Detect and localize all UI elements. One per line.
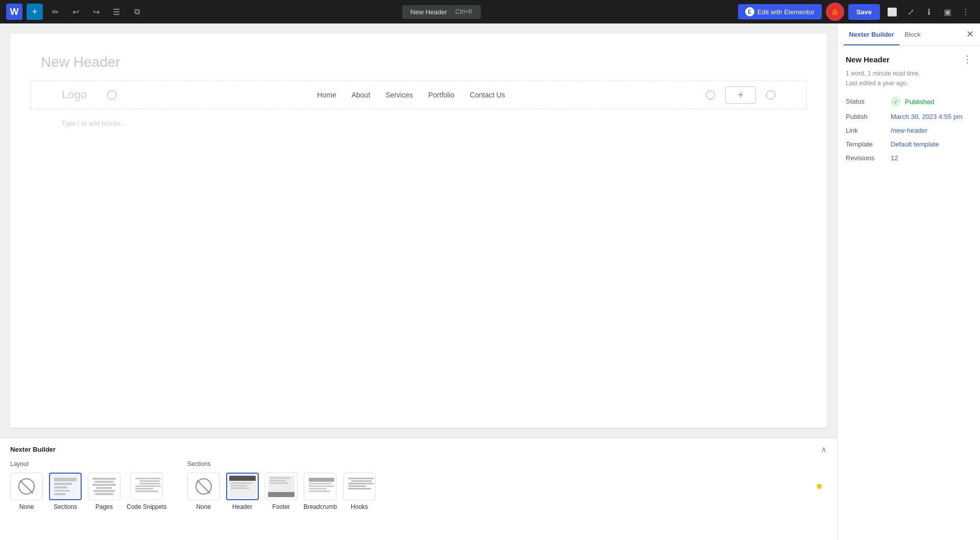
layout-none-icon [10, 473, 43, 500]
link-row: Link /new-header [846, 127, 972, 134]
page-title-box[interactable]: New Header Ctrl+K [402, 5, 481, 19]
list-view-button[interactable]: ☰ [108, 4, 125, 20]
nav-contact[interactable]: Contact Us [470, 91, 505, 99]
more-options-button[interactable]: ⋮ [958, 4, 974, 20]
template-row: Template Default template [846, 140, 972, 148]
cursor-indicator [817, 484, 822, 489]
section-header-label: Header [232, 503, 252, 510]
section-footer-label: Footer [272, 503, 290, 510]
elementor-icon: E [745, 7, 754, 16]
layout-sections-icon [49, 473, 82, 500]
breadcrumb-icon-shape [307, 476, 333, 497]
copy-button[interactable]: ⧉ [129, 4, 145, 20]
sections-icon-shape [52, 476, 79, 497]
external-link-button[interactable]: ⤢ [902, 4, 919, 20]
link-value[interactable]: /new-header [891, 127, 927, 134]
info-button[interactable]: ℹ [921, 4, 937, 20]
maple-button[interactable]: 🍁 [826, 3, 844, 21]
layout-pages[interactable]: Pages [88, 473, 120, 510]
footer-icon-shape [268, 476, 295, 497]
tab-nexter-builder-label: Nexter Builder [849, 31, 894, 38]
save-button[interactable]: Save [848, 4, 880, 20]
edit-with-elementor-button[interactable]: E Edit with Elementor [738, 4, 822, 19]
nav-services[interactable]: Services [385, 91, 413, 99]
sections-label: Sections [187, 460, 376, 468]
tab-block-label: Block [904, 31, 921, 38]
section-hooks-icon [343, 473, 376, 500]
section-header[interactable]: Header [226, 473, 259, 510]
layout-code-snippets-label: Code Snippets [127, 503, 167, 510]
meta-line2: Last edited a year ago. [846, 79, 972, 88]
revisions-value[interactable]: 12 [891, 154, 898, 162]
section-footer[interactable]: Footer [265, 473, 298, 510]
layout-label: Layout [10, 460, 167, 468]
right-panel: Nexter Builder Block ✕ New Header ⋮ 1 wo… [837, 23, 980, 540]
toolbar-shortcut: Ctrl+K [455, 8, 473, 15]
header-icon-shape [229, 476, 256, 497]
publish-label: Publish [846, 113, 887, 120]
block-meta: 1 word, 1 minute read time. Last edited … [846, 69, 972, 88]
layout-sections[interactable]: Sections [49, 473, 82, 510]
bottom-panel-content: Layout None [10, 460, 827, 510]
link-label: Link [846, 127, 887, 134]
canvas-circle-1 [107, 90, 116, 100]
section-breadcrumb-label: Breadcrumb [304, 503, 337, 510]
tab-block[interactable]: Block [899, 23, 926, 45]
wp-logo[interactable]: W [6, 4, 22, 20]
undo-button[interactable]: ↩ [67, 4, 84, 20]
status-value-group: ✓ Published [891, 96, 934, 107]
block-more-button[interactable]: ⋮ [963, 54, 972, 65]
nav-home[interactable]: Home [317, 91, 336, 99]
section-hooks[interactable]: Hooks [343, 473, 376, 510]
none-icon-shape [18, 478, 35, 495]
canvas-page-title: New Header [10, 34, 827, 81]
section-hooks-label: Hooks [351, 503, 368, 510]
section-none[interactable]: None [187, 473, 220, 510]
layout-none-label: None [19, 503, 34, 510]
layout-pages-label: Pages [95, 503, 113, 510]
canvas-circle-3 [766, 90, 775, 100]
canvas-area: New Header Logo Home About Services Port… [0, 23, 837, 540]
status-value[interactable]: Published [905, 98, 934, 106]
status-label: Status [846, 97, 887, 105]
toolbar-right: E Edit with Elementor 🍁 Save ⬜ ⤢ ℹ ▣ ⋮ [738, 3, 974, 21]
sidebar-toggle-button[interactable]: ▣ [939, 4, 955, 20]
tab-nexter-builder[interactable]: Nexter Builder [844, 23, 899, 45]
right-panel-tabs: Nexter Builder Block ✕ [838, 23, 980, 45]
view-toggle-group: ⬜ ⤢ ℹ ▣ ⋮ [884, 4, 974, 20]
revisions-label: Revisions [846, 154, 887, 162]
nav-portfolio[interactable]: Portfolio [428, 91, 454, 99]
section-none-label: None [196, 503, 211, 510]
layout-pages-icon [88, 473, 120, 500]
right-panel-body: New Header ⋮ 1 word, 1 minute read time.… [838, 45, 980, 540]
desktop-view-button[interactable]: ⬜ [884, 4, 900, 20]
section-none-shape [195, 478, 212, 495]
bottom-panel-collapse-button[interactable]: ∧ [821, 445, 827, 454]
add-block-button[interactable]: + [27, 4, 43, 20]
redo-button[interactable]: ↪ [88, 4, 104, 20]
meta-line1: 1 word, 1 minute read time. [846, 69, 972, 79]
section-breadcrumb-icon [304, 473, 336, 500]
section-footer-icon [265, 473, 298, 500]
template-value[interactable]: Default template [891, 140, 939, 148]
pages-icon-shape [91, 476, 117, 497]
main-area: New Header Logo Home About Services Port… [0, 23, 980, 540]
tools-button[interactable]: ✏ [47, 4, 63, 20]
hooks-icon-shape [346, 476, 373, 497]
canvas-content: New Header Logo Home About Services Port… [10, 34, 827, 428]
section-none-icon [187, 473, 220, 500]
publish-value[interactable]: March 30, 2023 4:55 pm [891, 113, 963, 120]
canvas-logo: Logo [62, 88, 87, 102]
bottom-panel-title: Nexter Builder [10, 446, 56, 453]
nav-about[interactable]: About [352, 91, 371, 99]
layout-code-snippets[interactable]: Code Snippets [127, 473, 167, 510]
canvas-add-button[interactable]: + [725, 86, 756, 104]
layout-none[interactable]: None [10, 473, 43, 510]
revisions-row: Revisions 12 [846, 154, 972, 162]
layout-sections-label: Sections [54, 503, 77, 510]
section-breadcrumb[interactable]: Breadcrumb [304, 473, 337, 510]
elementor-btn-label: Edit with Elementor [757, 8, 815, 16]
right-panel-close-button[interactable]: ✕ [966, 30, 974, 39]
canvas-circle-2 [706, 90, 715, 100]
layout-items: None [10, 473, 167, 510]
